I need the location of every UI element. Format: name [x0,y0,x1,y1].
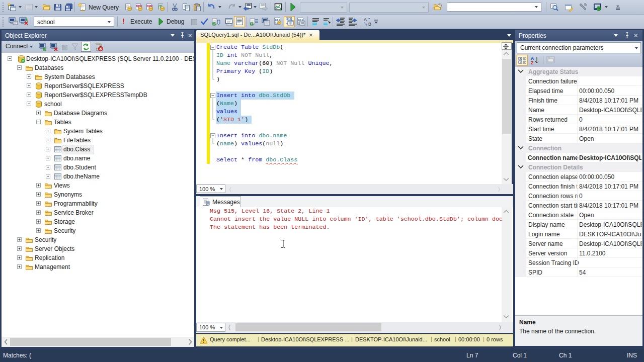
svg-text:B: B [368,22,371,27]
svg-text:A: A [364,17,367,22]
svg-text:Z: Z [531,60,533,65]
